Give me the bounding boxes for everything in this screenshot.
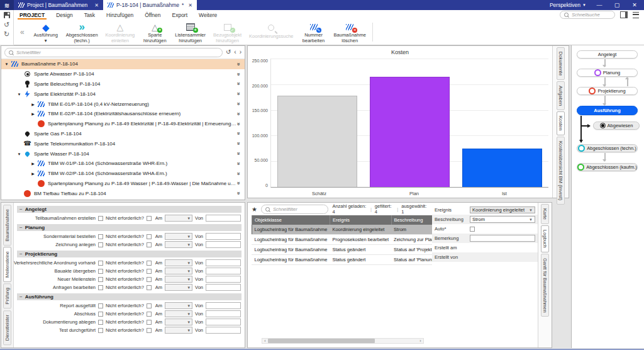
expand-all-icon[interactable]: « <box>235 72 241 76</box>
collapse-ribbon-icon[interactable]: « <box>14 28 30 37</box>
von-input[interactable] <box>206 302 241 309</box>
date-select[interactable]: ▼ <box>165 319 192 325</box>
nav-forward-icon[interactable]: › <box>240 49 242 55</box>
not-required-checkbox[interactable] <box>147 285 152 290</box>
beschreibung-select[interactable]: Strom ▼ <box>470 216 535 223</box>
date-select[interactable]: ▼ <box>165 215 192 222</box>
tree-row[interactable]: Sparte Telekommunikation P-18-104 « <box>1 138 245 149</box>
date-select[interactable]: ▼ <box>165 259 192 266</box>
scroll-right-icon[interactable]: › <box>418 339 423 343</box>
close-button[interactable]: ✕ <box>630 2 639 8</box>
side-tab[interactable]: Baumaßnahme <box>3 205 11 246</box>
not-required-checkbox[interactable] <box>147 303 152 308</box>
side-tab[interactable]: Prüfung <box>3 283 11 308</box>
bemerkung-input[interactable] <box>470 235 535 242</box>
done-checkbox[interactable] <box>98 303 103 308</box>
tree-row[interactable]: TBM W-02/P-18-104 (Schönwasserstraße WHA… <box>1 169 245 179</box>
workflow-state-abgeschlossen-kaufm[interactable]: Abgeschlossen (kaufm.) <box>577 163 638 171</box>
bar-plan[interactable] <box>370 77 450 187</box>
nav-back-icon[interactable]: ‹ <box>234 49 236 55</box>
tree-row[interactable]: Sparte Wasser P-18-104 « <box>1 149 245 159</box>
tree-row[interactable]: Sparte Gas P-18-104 « <box>1 129 245 139</box>
von-input[interactable] <box>206 284 241 291</box>
side-tab[interactable]: Kostenübersicht BM (Invest) <box>557 137 565 205</box>
tree-row[interactable]: TBM E-01/P-18-104 (0,4 kV-Netzerneuerung… <box>1 99 245 109</box>
von-input[interactable] <box>206 233 241 240</box>
expander-icon[interactable] <box>30 102 36 106</box>
date-select[interactable]: ▼ <box>165 284 192 291</box>
expand-all-icon[interactable]: « <box>235 172 241 175</box>
side-tab[interactable]: Gantt für Baumaßnahmen <box>541 254 549 317</box>
expander-icon[interactable] <box>30 161 36 166</box>
date-select[interactable]: ▼ <box>165 310 192 317</box>
logbook-filter[interactable] <box>261 205 328 214</box>
expand-all-icon[interactable]: « <box>235 152 241 155</box>
tree-row[interactable]: Sparte Elektrizität P-18-104 « <box>1 89 245 99</box>
section-header[interactable]: − Planung <box>17 224 242 231</box>
not-required-checkbox[interactable] <box>147 234 152 239</box>
menu-item[interactable]: Öffnen <box>139 10 166 20</box>
workflow-state-abgeschlossen-techn[interactable]: Abgeschlossen (techn.) <box>577 144 638 152</box>
tree-row[interactable]: Sparte Abwasser P-18-104 « <box>1 69 245 79</box>
menu-item[interactable]: Weitere <box>193 10 223 20</box>
toolbar-button[interactable]: Nummer bearbeiten <box>297 21 330 43</box>
expand-all-icon[interactable]: « <box>235 182 241 185</box>
expand-all-icon[interactable]: « <box>235 62 241 65</box>
section-header[interactable]: − Ausführung <box>17 293 242 300</box>
date-select[interactable]: ▼ <box>165 233 192 240</box>
workflow-state-angelegt[interactable]: Angelegt <box>577 50 638 59</box>
toolbar-button[interactable]: Koordinierung einleiten <box>102 21 139 43</box>
reset-filter-icon[interactable]: ↺ <box>226 49 231 55</box>
von-input[interactable] <box>206 310 241 317</box>
von-input[interactable] <box>206 215 241 222</box>
expander-icon[interactable] <box>4 62 9 66</box>
expand-all-icon[interactable]: « <box>235 82 241 86</box>
date-select[interactable]: ▼ <box>165 302 192 309</box>
expand-all-icon[interactable]: « <box>235 132 241 135</box>
menu-item[interactable]: Export <box>167 10 194 20</box>
column-header[interactable]: Ereignis <box>330 215 391 225</box>
bar-ist[interactable] <box>462 149 543 187</box>
expander-icon[interactable] <box>30 111 36 116</box>
not-required-checkbox[interactable] <box>147 320 152 325</box>
not-required-checkbox[interactable] <box>147 277 152 282</box>
expand-all-icon[interactable]: « <box>235 112 241 115</box>
side-tab[interactable]: Logbuch <box>541 225 549 252</box>
logbook-filter-input[interactable] <box>272 206 312 213</box>
collapse-section-icon[interactable]: − <box>19 251 23 257</box>
done-checkbox[interactable] <box>98 216 103 221</box>
done-checkbox[interactable] <box>98 277 103 282</box>
toolbar-button[interactable]: Bezugsobjekt hinzufügen <box>209 21 245 43</box>
table-row[interactable]: Logbucheintrag für Baumaßnahme Koordinie… <box>252 225 432 235</box>
done-checkbox[interactable] <box>98 269 103 274</box>
window-tab[interactable]: P-18-104 | Baumaßnahme * ✕ <box>103 0 197 10</box>
expand-all-icon[interactable]: « <box>235 122 241 125</box>
expand-all-icon[interactable]: « <box>235 93 241 96</box>
toolbar-button[interactable]: Abgeschlossen (techn.) <box>62 21 102 43</box>
ereignis-select[interactable]: Koordinierung eingeleitet ▼ <box>470 206 535 213</box>
date-select[interactable]: ▼ <box>165 276 192 283</box>
toolbar-button[interactable]: Koordinierungssuche <box>245 21 297 43</box>
collapse-section-icon[interactable]: − <box>19 225 23 230</box>
menu-item[interactable]: Task <box>79 10 101 20</box>
tree-row[interactable]: TBM W-01/P-18-104 (Schönwasserstraße WHR… <box>1 159 245 169</box>
tree-row[interactable]: Spartenplanung Planung zu P-18-49 Elektr… <box>1 119 245 129</box>
favorite-icon[interactable]: ★ <box>252 206 257 213</box>
toolbar-button[interactable]: Baumaßnahme löschen <box>330 21 370 43</box>
not-required-checkbox[interactable] <box>147 242 152 247</box>
done-checkbox[interactable] <box>98 312 103 317</box>
window-tab[interactable]: Project | Baumaßnahmen ✕ <box>14 0 103 10</box>
expander-icon[interactable] <box>16 152 22 156</box>
collapse-section-icon[interactable]: − <box>19 206 23 212</box>
not-required-checkbox[interactable] <box>147 312 152 317</box>
table-row[interactable]: Logbucheintrag für Baumaßnahme Prognosek… <box>252 235 432 245</box>
not-required-checkbox[interactable] <box>147 261 152 266</box>
expand-all-icon[interactable]: « <box>235 192 241 195</box>
tree-row[interactable]: TBM E-02/P-18-104 (Elektrizitätshausansc… <box>1 109 245 119</box>
side-tab[interactable]: Dokumente <box>557 47 565 80</box>
menu-item[interactable]: PROJECT <box>14 10 50 20</box>
date-select[interactable]: ▼ <box>165 327 192 334</box>
done-checkbox[interactable] <box>98 320 103 325</box>
collapse-section-icon[interactable]: − <box>19 294 23 300</box>
side-tab[interactable]: Karte <box>541 204 549 224</box>
